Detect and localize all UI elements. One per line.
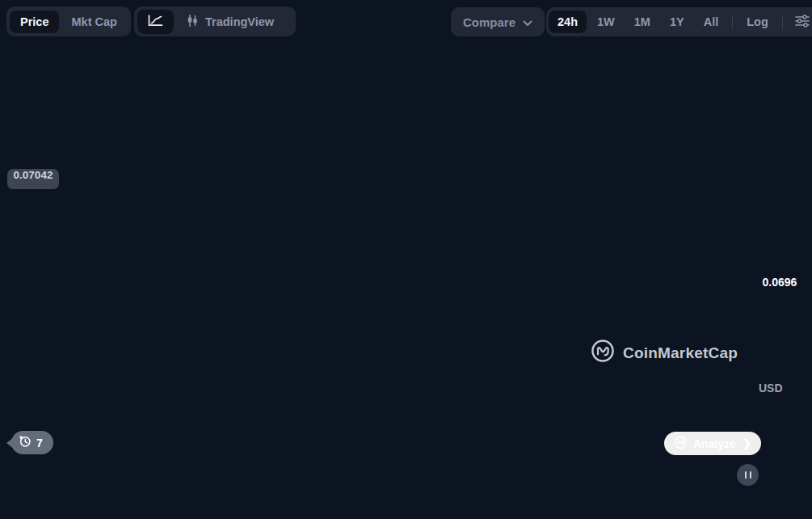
open-price-badge: 0.07042 bbox=[7, 169, 59, 189]
coinmarketcap-chart-page: Price Mkt Cap TradingView bbox=[0, 0, 812, 519]
history-badge[interactable]: 7 bbox=[11, 431, 53, 454]
currency-unit-label: USD bbox=[759, 382, 783, 395]
history-count: 7 bbox=[36, 437, 43, 449]
navigator-handle[interactable] bbox=[737, 464, 759, 486]
analyze-logo-icon bbox=[674, 436, 688, 452]
chevron-right-icon: ❯ bbox=[743, 437, 751, 449]
coinmarketcap-logo-icon bbox=[591, 339, 615, 367]
last-price-badge: 0.0696 bbox=[750, 276, 810, 297]
history-clock-icon bbox=[19, 435, 32, 450]
analyze-label: Analyze bbox=[693, 437, 736, 450]
coinmarketcap-watermark: CoinMarketCap bbox=[591, 339, 738, 367]
watermark-text: CoinMarketCap bbox=[623, 344, 738, 362]
analyze-button[interactable]: Analyze ❯ bbox=[664, 432, 761, 455]
